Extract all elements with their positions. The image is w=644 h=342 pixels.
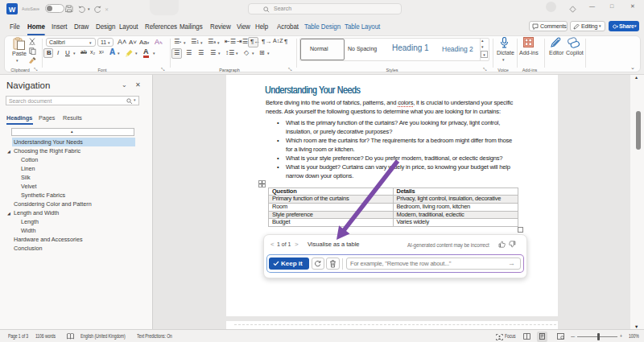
svg-text:W: W (9, 6, 16, 14)
